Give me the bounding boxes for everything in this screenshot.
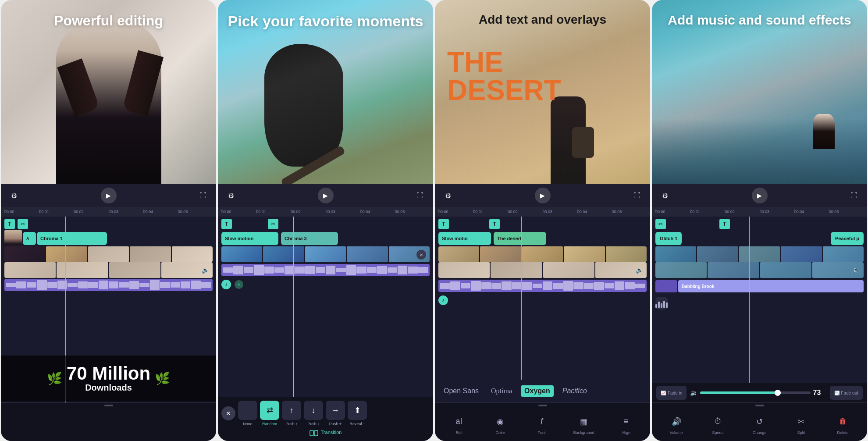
panel2-title: Pick your favorite moments	[218, 12, 433, 30]
effects-tag-row-3: T T	[438, 218, 647, 230]
toolbar-speed[interactable]: ⏱ Speed	[708, 415, 728, 435]
transition-push-down[interactable]: ↓ Push ↓	[304, 401, 323, 426]
glitch1-chip[interactable]: Glitch 1	[655, 232, 682, 245]
settings-icon-4[interactable]: ⚙	[659, 189, 671, 202]
toolbar-background-label: Background	[573, 430, 594, 435]
transition-tab-label: Transition	[321, 430, 342, 437]
toolbar-edit-label: Edit	[455, 430, 462, 435]
font-open-sans[interactable]: Open Sans	[440, 385, 482, 397]
toolbar-volume[interactable]: 🔊 Volume	[667, 415, 686, 435]
transition-push-right[interactable]: → Push +	[326, 401, 345, 426]
transition-push-up[interactable]: ↑ Push ↑	[282, 401, 301, 426]
fade-in-btn[interactable]: 📈 Fade in	[656, 386, 687, 400]
video-thumb	[305, 246, 346, 262]
scissors-tag-4[interactable]: ✂	[655, 219, 666, 229]
toolbar-split-label: Split	[797, 430, 805, 435]
volume-slider[interactable]	[700, 391, 810, 394]
volume-panel: 📈 Fade in 🔉 73 📉 Fade out	[652, 383, 867, 402]
chroma3-chip[interactable]: Chroma 3	[281, 232, 338, 245]
fullscreen-icon-4[interactable]: ⛶	[848, 189, 860, 202]
play-button-3[interactable]: ▶	[535, 188, 551, 203]
toolbar-change-label: Change	[753, 430, 767, 435]
eq-icon	[655, 299, 668, 308]
fullscreen-icon[interactable]: ⛶	[197, 189, 209, 202]
close-transition-btn[interactable]: ✕	[221, 406, 235, 420]
music-note-icon[interactable]: ♪	[221, 280, 231, 289]
play-button-4[interactable]: ▶	[752, 188, 768, 203]
font-optima[interactable]: Optima	[487, 385, 516, 397]
fade-out-text: Fade out	[841, 391, 858, 395]
text-tag-3b[interactable]: T	[489, 219, 500, 229]
video-thumb	[823, 246, 864, 262]
effect-chip-chroma1[interactable]: Chroma 1	[37, 232, 107, 245]
playhead-4	[749, 217, 750, 383]
panel2-header: Pick your favorite moments	[218, 0, 433, 184]
change-icon: ↺	[753, 415, 767, 429]
font-oxygen[interactable]: Oxygen	[521, 385, 554, 397]
toolbar-delete[interactable]: 🗑 Delete	[833, 415, 853, 435]
text-tag-2[interactable]: T	[221, 219, 232, 229]
toolbar-background[interactable]: ▦ Background	[573, 415, 594, 435]
panel2-playback-bar: ⚙ ▶ ⛶	[218, 184, 433, 207]
scissors-tag-2[interactable]: ✂	[268, 219, 278, 229]
laurel-right: 🌿	[155, 371, 170, 386]
settings-icon-3[interactable]: ⚙	[442, 189, 454, 202]
effect-chip-a[interactable]: A	[23, 232, 36, 245]
text-tag-1[interactable]: T	[4, 219, 15, 229]
toolbar-font[interactable]: f Font	[532, 415, 551, 435]
add-music-btn[interactable]: +	[235, 280, 243, 289]
transition-reveal[interactable]: ⬆ Reveal ↑	[348, 401, 367, 426]
babbling-brook-chip[interactable]: Babbling Brook	[678, 280, 864, 292]
fade-out-btn[interactable]: 📉 Fade out	[830, 386, 863, 400]
audio-track-2	[221, 264, 430, 276]
transition-none[interactable]: None	[238, 401, 257, 426]
panel4-title: Add music and sound effects	[652, 12, 867, 28]
background-icon: ▦	[577, 415, 591, 429]
settings-icon[interactable]: ⚙	[8, 189, 20, 202]
speed-icon: ⏱	[711, 415, 725, 429]
slow-motion-chip[interactable]: Slow motion	[221, 232, 278, 245]
music-add-row-3: ♪	[438, 294, 647, 307]
text-tag-3a[interactable]: T	[438, 219, 449, 229]
edit-icon: aI	[452, 415, 466, 429]
peaceful-chip[interactable]: Peaceful p	[831, 232, 864, 245]
toolbar-split[interactable]: ✂ Split	[792, 415, 811, 435]
toolbar-change[interactable]: ↺ Change	[750, 415, 769, 435]
transition-push-down-label: Push ↓	[307, 422, 320, 426]
fullscreen-icon-3[interactable]: ⛶	[631, 189, 643, 202]
toolbar-color[interactable]: ◉ Color	[491, 415, 510, 435]
scissors-tag-1[interactable]: ✂	[18, 219, 28, 229]
video-thumb	[109, 262, 160, 278]
eq-button[interactable]	[655, 297, 668, 309]
panel3-editor: ⚙ ▶ ⛶ 00:00 00:01 00:02 00:03 00:04 00:0…	[435, 184, 650, 441]
transition-panel: ✕ None ⇄ Random ↑ Push ↑	[218, 397, 433, 441]
panel2-header-text: Pick your favorite moments	[218, 12, 433, 30]
timeline-tracks-4: ✂ T Glitch 1 Peaceful p	[652, 217, 867, 383]
delete-thumb-btn[interactable]: ✕	[416, 250, 426, 260]
panel4-header: Add music and sound effects	[652, 0, 867, 184]
font-pacifico[interactable]: Pacifico	[559, 385, 591, 397]
video-thumb	[606, 246, 647, 262]
music-track-spacer	[655, 280, 677, 292]
video-thumbs-row-1	[4, 247, 213, 261]
desert-desert: DESERT	[447, 76, 561, 104]
panel4-header-text: Add music and sound effects	[652, 12, 867, 28]
font-selector: Open Sans Optima Oxygen Pacifico	[435, 380, 650, 402]
play-button-2[interactable]: ▶	[318, 188, 334, 203]
text-tag-4[interactable]: T	[719, 219, 730, 229]
fullscreen-icon-2[interactable]: ⛶	[414, 189, 426, 202]
transition-random[interactable]: ⇄ Random	[260, 401, 279, 426]
video-thumb	[480, 246, 521, 262]
play-button[interactable]: ▶	[101, 188, 117, 203]
toolbar-edit[interactable]: aI Edit	[449, 415, 469, 435]
transition-indicator: Transition	[309, 429, 342, 437]
settings-icon-2[interactable]: ⚙	[225, 189, 237, 202]
transition-random-label: Random	[262, 422, 277, 426]
desert-chip[interactable]: The desert	[494, 232, 546, 245]
music-note-icon-3[interactable]: ♪	[438, 295, 448, 305]
video-thumb	[88, 246, 129, 262]
panel3-toolbar: aI Edit ◉ Color f Font ▦ Background ≡	[435, 402, 650, 441]
transition-none-icon	[238, 401, 257, 420]
toolbar-align[interactable]: ≡ Align	[616, 415, 636, 435]
slow-motion-chip-3[interactable]: Slow motio	[438, 232, 491, 245]
